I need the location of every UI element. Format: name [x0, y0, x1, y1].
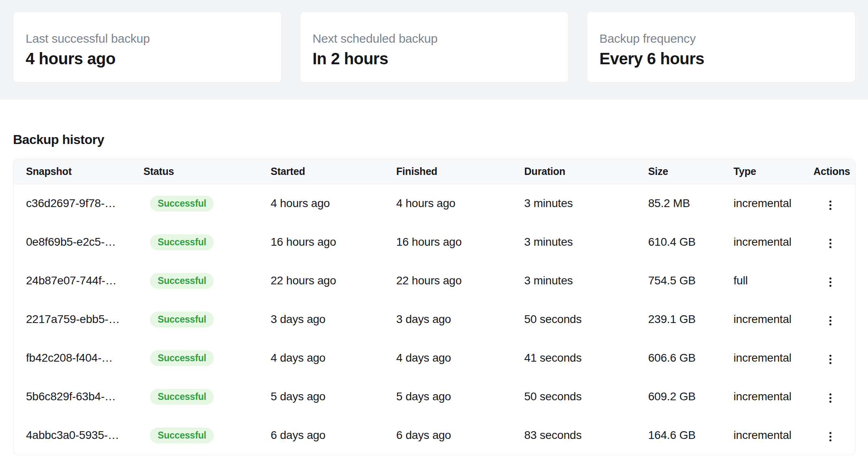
duration-cell: 83 seconds — [512, 416, 636, 455]
kebab-menu-icon — [829, 208, 831, 210]
column-header-started: Started — [258, 159, 384, 184]
snapshot-cell: fb42c208-f404-… — [13, 339, 131, 378]
row-actions-button[interactable] — [821, 311, 840, 331]
backup-history-table: Snapshot Status Started Finished Duratio… — [13, 159, 855, 455]
finished-cell: 3 days ago — [384, 300, 512, 339]
row-actions-button[interactable] — [821, 388, 840, 408]
column-header-status: Status — [131, 159, 258, 184]
actions-cell — [805, 184, 855, 223]
card-backup-frequency: Backup frequency Every 6 hours — [587, 11, 855, 83]
status-badge: Successful — [150, 312, 214, 327]
row-actions-button[interactable] — [821, 273, 840, 292]
kebab-menu-icon — [829, 320, 831, 322]
table-row[interactable]: fb42c208-f404-… Successful 4 days ago 4 … — [13, 339, 855, 378]
status-cell: Successful — [131, 184, 258, 223]
card-label: Next scheduled backup — [312, 31, 556, 47]
duration-cell: 41 seconds — [512, 339, 636, 378]
duration-cell: 3 minutes — [512, 262, 636, 300]
started-cell: 4 days ago — [258, 339, 384, 378]
row-actions-button[interactable] — [821, 195, 840, 215]
finished-cell: 4 days ago — [384, 339, 512, 378]
status-cell: Successful — [131, 378, 258, 416]
kebab-menu-icon — [829, 432, 831, 434]
status-cell: Successful — [131, 300, 258, 339]
type-cell: incremental — [721, 378, 805, 416]
table-row[interactable]: 2217a759-ebb5-… Successful 3 days ago 3 … — [13, 300, 855, 339]
kebab-menu-icon — [829, 201, 831, 203]
type-cell: incremental — [721, 223, 805, 262]
column-header-size: Size — [636, 159, 721, 184]
kebab-menu-icon — [829, 285, 831, 287]
column-header-finished: Finished — [384, 159, 512, 184]
snapshot-cell: 5b6c829f-63b4-… — [13, 378, 131, 416]
status-cell: Successful — [131, 339, 258, 378]
status-badge: Successful — [150, 389, 214, 405]
kebab-menu-icon — [829, 246, 831, 248]
kebab-menu-icon — [829, 439, 831, 441]
duration-cell: 3 minutes — [512, 184, 636, 223]
column-header-actions: Actions — [805, 159, 855, 184]
column-header-snapshot: Snapshot — [13, 159, 131, 184]
kebab-menu-icon — [829, 401, 831, 403]
duration-cell: 3 minutes — [512, 223, 636, 262]
snapshot-cell: 0e8f69b5-e2c5-… — [13, 223, 131, 262]
kebab-menu-icon — [829, 277, 831, 279]
table-row[interactable]: 24b87e07-744f-… Successful 22 hours ago … — [13, 262, 855, 300]
finished-cell: 5 days ago — [384, 378, 512, 416]
size-cell: 754.5 GB — [636, 262, 721, 300]
type-cell: incremental — [721, 416, 805, 455]
snapshot-cell: 2217a759-ebb5-… — [13, 300, 131, 339]
finished-cell: 16 hours ago — [384, 223, 512, 262]
column-header-type: Type — [721, 159, 805, 184]
actions-cell — [805, 339, 855, 378]
kebab-menu-icon — [829, 393, 831, 395]
table-row[interactable]: c36d2697-9f78-… Successful 4 hours ago 4… — [13, 184, 855, 223]
kebab-menu-icon — [829, 397, 831, 399]
kebab-menu-icon — [829, 316, 831, 318]
size-cell: 239.1 GB — [636, 300, 721, 339]
row-actions-button[interactable] — [821, 234, 840, 253]
card-value: Every 6 hours — [599, 48, 843, 69]
table-row[interactable]: 5b6c829f-63b4-… Successful 5 days ago 5 … — [13, 378, 855, 416]
actions-cell — [805, 378, 855, 416]
started-cell: 5 days ago — [258, 378, 384, 416]
kebab-menu-icon — [829, 239, 831, 241]
actions-cell — [805, 223, 855, 262]
table-row[interactable]: 4abbc3a0-5935-… Successful 6 days ago 6 … — [13, 416, 855, 455]
table-header-row: Snapshot Status Started Finished Duratio… — [13, 159, 855, 184]
started-cell: 4 hours ago — [258, 184, 384, 223]
size-cell: 606.6 GB — [636, 339, 721, 378]
size-cell: 85.2 MB — [636, 184, 721, 223]
actions-cell — [805, 262, 855, 300]
card-label: Last successful backup — [26, 31, 269, 47]
duration-cell: 50 seconds — [512, 300, 636, 339]
kebab-menu-icon — [829, 362, 831, 364]
kebab-menu-icon — [829, 436, 831, 438]
type-cell: incremental — [721, 300, 805, 339]
type-cell: incremental — [721, 184, 805, 223]
size-cell: 610.4 GB — [636, 223, 721, 262]
table-row[interactable]: 0e8f69b5-e2c5-… Successful 16 hours ago … — [13, 223, 855, 262]
kebab-menu-icon — [829, 323, 831, 325]
summary-section: Last successful backup 4 hours ago Next … — [0, 0, 868, 99]
status-badge: Successful — [150, 273, 214, 289]
column-header-duration: Duration — [512, 159, 636, 184]
row-actions-button[interactable] — [821, 350, 840, 369]
type-cell: full — [721, 262, 805, 300]
size-cell: 609.2 GB — [636, 378, 721, 416]
kebab-menu-icon — [829, 281, 831, 283]
row-actions-button[interactable] — [821, 427, 840, 447]
finished-cell: 4 hours ago — [384, 184, 512, 223]
finished-cell: 22 hours ago — [384, 262, 512, 300]
status-badge: Successful — [150, 196, 214, 212]
started-cell: 3 days ago — [258, 300, 384, 339]
card-value: In 2 hours — [312, 48, 556, 69]
kebab-menu-icon — [829, 358, 831, 360]
status-badge: Successful — [150, 234, 214, 250]
table-body: c36d2697-9f78-… Successful 4 hours ago 4… — [13, 184, 855, 455]
status-cell: Successful — [131, 223, 258, 262]
started-cell: 22 hours ago — [258, 262, 384, 300]
kebab-menu-icon — [829, 204, 831, 206]
size-cell: 164.6 GB — [636, 416, 721, 455]
actions-cell — [805, 300, 855, 339]
